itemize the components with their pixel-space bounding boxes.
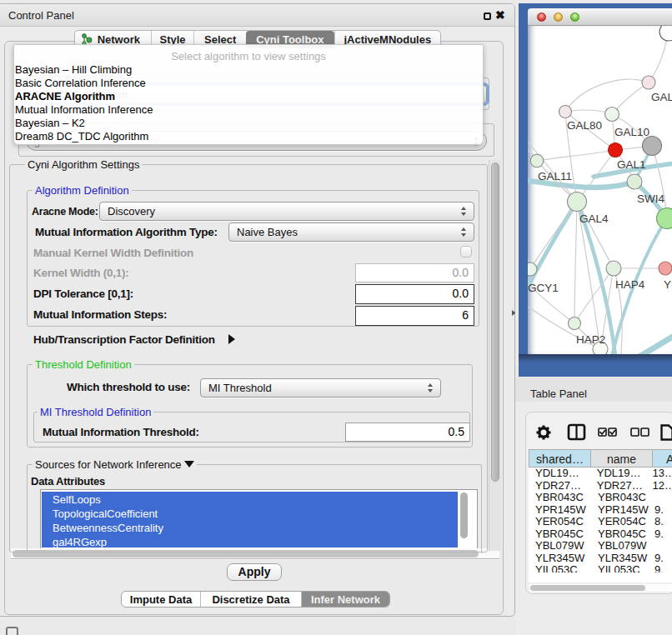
svg-text:GAL10: GAL10 (614, 126, 649, 138)
svg-text:GAL7: GAL7 (651, 91, 672, 103)
svg-text:YD: YD (664, 278, 672, 291)
svg-text:GCY1: GCY1 (528, 282, 559, 294)
svg-text:HAP2: HAP2 (576, 333, 605, 346)
svg-text:HAP4: HAP4 (615, 278, 645, 291)
svg-text:SWI4: SWI4 (637, 192, 664, 205)
svg-text:GAL11: GAL11 (538, 170, 572, 182)
svg-text:GAL1: GAL1 (617, 158, 646, 171)
svg-text:GAL80: GAL80 (567, 119, 602, 132)
svg-text:GAL4: GAL4 (579, 212, 609, 225)
